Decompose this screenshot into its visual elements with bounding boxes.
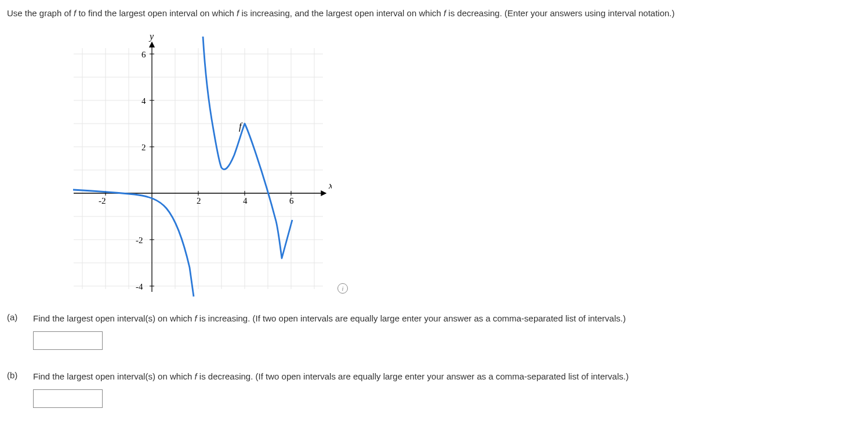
part-b: (b) Find the largest open interval(s) on…	[7, 370, 861, 408]
part-b-input[interactable]	[33, 389, 103, 408]
part-b-question: Find the largest open interval(s) on whi…	[33, 370, 861, 382]
question-text: Use the graph of f to find the largest o…	[7, 7, 861, 19]
y-tick-2: 2	[141, 143, 146, 152]
part-a: (a) Find the largest open interval(s) on…	[7, 312, 861, 350]
part-b-label: (b)	[7, 370, 33, 380]
x-tick-neg2: -2	[99, 196, 106, 205]
x-axis-label: x	[328, 180, 332, 190]
y-tick-6: 6	[141, 50, 146, 59]
svg-marker-23	[150, 42, 154, 47]
y-tick-neg4: -4	[136, 282, 143, 291]
part-a-question: Find the largest open interval(s) on whi…	[33, 312, 861, 324]
y-tick-neg2: -2	[136, 236, 143, 245]
y-axis-label: y	[148, 31, 154, 42]
x-tick-6: 6	[289, 196, 294, 205]
y-tick-4: 4	[141, 96, 146, 106]
svg-marker-22	[321, 191, 326, 196]
x-tick-2: 2	[197, 196, 201, 205]
info-icon[interactable]: i	[337, 283, 348, 294]
part-a-input[interactable]	[33, 331, 103, 350]
graph-container: -2 2 4 6 2 4 6 -2 -4 y x f i	[65, 31, 861, 298]
part-a-label: (a)	[7, 312, 33, 322]
curve-left-branch	[73, 190, 194, 297]
x-tick-4: 4	[243, 196, 248, 205]
curve-right-branch	[203, 37, 292, 258]
function-graph: -2 2 4 6 2 4 6 -2 -4 y x f	[65, 31, 332, 298]
